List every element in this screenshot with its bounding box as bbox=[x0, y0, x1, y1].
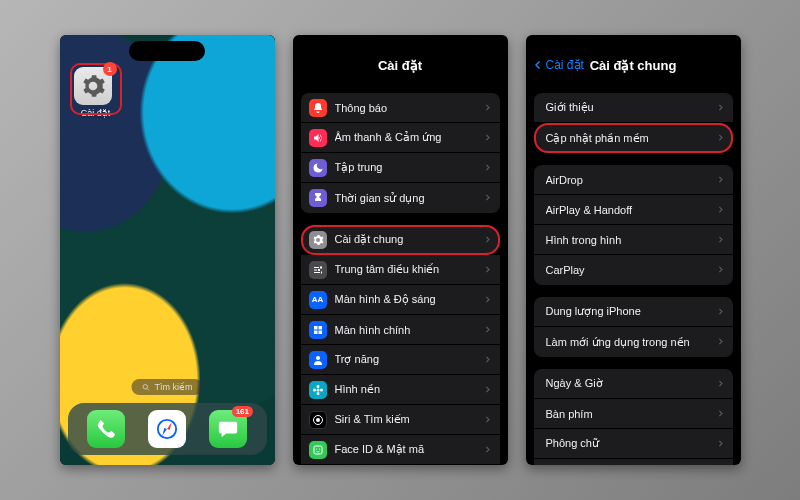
tutorial-stage: 1 Cài đặt Tìm kiếm 161 Cài đặt Thông báo… bbox=[60, 35, 741, 465]
row-label: Âm thanh & Cảm ứng bbox=[335, 131, 475, 144]
settings-row[interactable]: Làm mới ứng dụng trong nền bbox=[534, 327, 733, 357]
chevron-right-icon bbox=[483, 162, 492, 174]
row-label: Trung tâm điều khiển bbox=[335, 263, 475, 276]
settings-row[interactable]: Cập nhật phần mềm bbox=[534, 123, 733, 153]
row-label: Làm mới ứng dụng trong nền bbox=[546, 336, 708, 349]
aa-icon: AA bbox=[309, 291, 327, 309]
chevron-right-icon bbox=[483, 444, 492, 456]
settings-row[interactable]: Ngày & Giờ bbox=[534, 369, 733, 399]
general-group-3: Dung lượng iPhoneLàm mới ứng dụng trong … bbox=[534, 297, 733, 357]
chevron-right-icon bbox=[483, 384, 492, 396]
row-label: Thông báo bbox=[335, 102, 475, 114]
settings-row[interactable]: Hình trong hình bbox=[534, 225, 733, 255]
notification-badge: 161 bbox=[232, 406, 253, 417]
moon-icon bbox=[309, 159, 327, 177]
chevron-right-icon bbox=[716, 102, 725, 114]
settings-row[interactable]: Tập trung bbox=[301, 153, 500, 183]
bell-icon bbox=[309, 99, 327, 117]
row-label: CarPlay bbox=[546, 264, 708, 276]
row-label: Hình trong hình bbox=[546, 234, 708, 246]
search-icon bbox=[142, 383, 151, 392]
chevron-right-icon bbox=[483, 324, 492, 336]
settings-row[interactable]: Siri & Tìm kiếm bbox=[301, 405, 500, 435]
phone-icon bbox=[95, 418, 117, 440]
chevron-right-icon bbox=[716, 378, 725, 390]
phone-settings-root: Cài đặt Thông báoÂm thanh & Cảm ứngTập t… bbox=[293, 35, 508, 465]
dynamic-island bbox=[129, 41, 205, 61]
settings-row[interactable]: Cài đặt chung bbox=[301, 225, 500, 255]
back-button[interactable]: Cài đặt bbox=[532, 49, 584, 81]
settings-row[interactable]: Phông chữ bbox=[534, 429, 733, 459]
row-label: Bàn phím bbox=[546, 408, 708, 420]
settings-row[interactable]: Thời gian sử dụng bbox=[301, 183, 500, 213]
settings-row[interactable]: Âm thanh & Cảm ứng bbox=[301, 123, 500, 153]
row-label: Thời gian sử dụng bbox=[335, 192, 475, 205]
settings-row[interactable]: Face ID & Mật mã bbox=[301, 435, 500, 465]
settings-row[interactable]: Màn hình chính bbox=[301, 315, 500, 345]
chevron-right-icon bbox=[483, 102, 492, 114]
row-label: Màn hình chính bbox=[335, 324, 475, 336]
gear-icon bbox=[309, 231, 327, 249]
sound-icon bbox=[309, 129, 327, 147]
safari-icon bbox=[156, 418, 178, 440]
row-label: Giới thiệu bbox=[546, 101, 708, 114]
chevron-right-icon bbox=[483, 132, 492, 144]
chevron-right-icon bbox=[716, 174, 725, 186]
nav-bar: Cài đặt bbox=[293, 49, 508, 81]
chevron-right-icon bbox=[716, 438, 725, 450]
row-label: AirPlay & Handoff bbox=[546, 204, 708, 216]
settings-row[interactable]: AirPlay & Handoff bbox=[534, 195, 733, 225]
row-label: Cập nhật phần mềm bbox=[546, 132, 708, 145]
settings-row[interactable]: Thông báo bbox=[301, 93, 500, 123]
row-label: Cài đặt chung bbox=[335, 233, 475, 246]
gear-icon: 1 bbox=[74, 67, 112, 105]
chevron-right-icon bbox=[483, 414, 492, 426]
settings-group-1: Thông báoÂm thanh & Cảm ứngTập trungThời… bbox=[301, 93, 500, 213]
messages-app[interactable]: 161 bbox=[209, 410, 247, 448]
row-label: Face ID & Mật mã bbox=[335, 443, 475, 456]
row-label: Phông chữ bbox=[546, 437, 708, 450]
siri-icon bbox=[309, 411, 327, 429]
row-label: Ngày & Giờ bbox=[546, 377, 708, 390]
settings-app[interactable]: 1 Cài đặt bbox=[74, 67, 118, 123]
flower-icon bbox=[309, 381, 327, 399]
notification-badge: 1 bbox=[103, 62, 117, 76]
row-label: Màn hình & Độ sáng bbox=[335, 293, 475, 306]
phone-app[interactable] bbox=[87, 410, 125, 448]
settings-row[interactable]: AAMàn hình & Độ sáng bbox=[301, 285, 500, 315]
grid-icon bbox=[309, 321, 327, 339]
chevron-right-icon bbox=[716, 408, 725, 420]
settings-row[interactable]: CarPlay bbox=[534, 255, 733, 285]
page-title: Cài đặt bbox=[378, 58, 422, 73]
page-title: Cài đặt chung bbox=[590, 58, 677, 73]
chevron-right-icon bbox=[716, 204, 725, 216]
row-label: AirDrop bbox=[546, 174, 708, 186]
chevron-right-icon bbox=[483, 294, 492, 306]
chevron-right-icon bbox=[716, 234, 725, 246]
settings-row[interactable]: Trung tâm điều khiển bbox=[301, 255, 500, 285]
settings-row[interactable]: AirDrop bbox=[534, 165, 733, 195]
settings-row[interactable]: Hình nền bbox=[301, 375, 500, 405]
row-label: Hình nền bbox=[335, 383, 475, 396]
messages-icon bbox=[217, 418, 239, 440]
search-label: Tìm kiếm bbox=[155, 382, 193, 392]
app-label: Cài đặt bbox=[74, 108, 118, 118]
spotlight-search[interactable]: Tìm kiếm bbox=[132, 379, 203, 395]
row-label: Siri & Tìm kiếm bbox=[335, 413, 475, 426]
chevron-right-icon bbox=[716, 264, 725, 276]
chevron-right-icon bbox=[716, 306, 725, 318]
settings-row[interactable]: Bàn phím bbox=[534, 399, 733, 429]
sliders-icon bbox=[309, 261, 327, 279]
settings-row[interactable]: Dung lượng iPhone bbox=[534, 297, 733, 327]
dock: 161 bbox=[68, 403, 267, 455]
settings-row[interactable]: Giới thiệu bbox=[534, 93, 733, 123]
person-icon bbox=[309, 351, 327, 369]
face-icon bbox=[309, 441, 327, 459]
row-label: Tập trung bbox=[335, 161, 475, 174]
settings-row[interactable]: Ngôn ngữ & Vùng bbox=[534, 459, 733, 465]
row-label: Dung lượng iPhone bbox=[546, 305, 708, 318]
phone-settings-general: Cài đặt Cài đặt chung Giới thiệuCập nhật… bbox=[526, 35, 741, 465]
row-label: Trợ năng bbox=[335, 353, 475, 366]
safari-app[interactable] bbox=[148, 410, 186, 448]
settings-row[interactable]: Trợ năng bbox=[301, 345, 500, 375]
